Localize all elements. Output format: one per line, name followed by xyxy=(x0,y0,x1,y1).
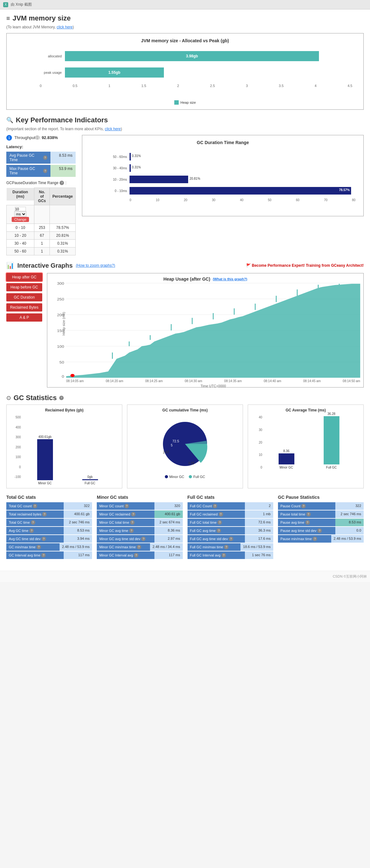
jvm-memory-chart: JVM memory size - Allocated vs Peak (gb)… xyxy=(6,33,364,110)
throughput-value: 92.838% xyxy=(42,135,58,140)
gc-bar-pct-0-10-inner: 78.57% xyxy=(339,188,350,192)
pct-col-header: Percentage xyxy=(50,188,76,205)
gc-bar-track-0-10: 78.57% xyxy=(130,187,356,194)
minor-avg-val: 8.36 ms xyxy=(155,527,183,534)
avg-pause-info-icon[interactable]: ? xyxy=(43,155,47,160)
minor-gc-dot xyxy=(165,475,168,478)
jvm-subtitle: (To learn about JVM Memory, click here) xyxy=(6,25,364,29)
full-gc-dot xyxy=(189,475,192,478)
full-reclaimed-icon[interactable]: ? xyxy=(219,512,223,517)
avg-bars-area: 403020100 8.36 Minor GC 36.28 Full G xyxy=(251,415,360,469)
gc-x-axis: 01020304050607080 xyxy=(109,198,356,202)
minor-reclaimed-icon[interactable]: ? xyxy=(131,512,136,517)
max-pause-info-icon[interactable]: ? xyxy=(43,169,47,173)
avg-full-value: 36.28 xyxy=(328,412,335,415)
full-interval-icon[interactable]: ? xyxy=(222,553,226,557)
total-gc-count-icon[interactable]: ? xyxy=(33,504,37,508)
stats-grid: Total GC stats Total GC count ? 322 Tota… xyxy=(6,495,364,560)
avg-gc-time-icon[interactable]: ? xyxy=(29,528,34,533)
pause-std-row: Pause avg time std dev ? 0.0 xyxy=(278,527,364,534)
avg-full-gc-container: 36.28 Full GC xyxy=(324,412,339,469)
pause-count-icon[interactable]: ? xyxy=(301,504,306,508)
gc-duration-button[interactable]: GC Duration xyxy=(6,293,42,302)
reclaimed-bytes-chart: Reclaimed Bytes (gb) 5004003002001000-10… xyxy=(6,405,122,488)
total-gc-count-key: Total GC count ? xyxy=(6,502,64,510)
full-avg-icon[interactable]: ? xyxy=(216,528,221,533)
graph-controls: Heap after GC Heap before GC GC Duration… xyxy=(6,273,42,388)
full-minmax-val: 18.6 ms / 53.9 ms xyxy=(240,543,273,551)
x-axis-labels: 08:14:05 am 08:14:20 am 08:14:25 am 08:1… xyxy=(66,379,360,383)
reclaimed-chart-title: Reclaimed Bytes (gb) xyxy=(10,408,119,412)
pause-total-icon[interactable]: ? xyxy=(306,512,311,517)
full-reclaimed-row: Full GC reclaimed ? 1 mb xyxy=(188,510,273,518)
minor-avg-row: Minor GC avg time ? 8.36 ms xyxy=(97,527,182,534)
total-gc-time-val: 2 sec 746 ms xyxy=(64,519,92,526)
gc-pause-stats-group: GC Pause Statistics Pause Count ? 322 Pa… xyxy=(278,495,364,560)
gc-bar-30-40: 30 - 40ms 0.31% xyxy=(109,164,356,172)
expert-link[interactable]: 🚩 Become Performance Expert! Training fr… xyxy=(246,263,364,268)
kpi-left-panel: 1 Throughput⓪: 92.838% Latency: Avg Paus… xyxy=(6,135,76,255)
minor-total-val: 2 sec 674 ms xyxy=(155,519,183,526)
pause-minmax-icon[interactable]: ? xyxy=(313,537,317,541)
change-button[interactable]: Change xyxy=(12,217,29,222)
minor-std-icon[interactable]: ? xyxy=(141,537,145,541)
minor-gc-count-val: 320 xyxy=(155,502,183,510)
count-50-60: 1 xyxy=(34,248,50,255)
gc-duration-chart-area: 50 - 60ms 0.31% 30 - 40ms 0.31% xyxy=(87,150,359,211)
duration-table: Duration (ms) No. of GCs Percentage ms C… xyxy=(6,188,76,255)
unit-select[interactable]: ms xyxy=(14,211,27,217)
a-and-p-button[interactable]: A & P xyxy=(6,313,42,321)
minor-gc-label: Minor GC xyxy=(38,482,52,485)
minor-avg-icon[interactable]: ? xyxy=(129,528,134,533)
gc-stats-info-icon[interactable]: ? xyxy=(59,396,64,400)
reclaimed-bytes-button[interactable]: Reclaimed Bytes xyxy=(6,303,42,311)
pause-std-icon[interactable]: ? xyxy=(317,528,322,533)
full-gc-label: Full GC xyxy=(85,482,96,485)
avg-minor-value: 8.36 xyxy=(283,449,289,453)
peak-value: 1.55gb xyxy=(108,70,121,75)
svg-text:5: 5 xyxy=(171,444,173,447)
kpi-link[interactable]: click here xyxy=(105,127,121,131)
heap-before-gc-button[interactable]: Heap before GC xyxy=(6,283,42,291)
range-0-10: 0 - 10 xyxy=(7,224,34,232)
jvm-link[interactable]: click here xyxy=(57,25,73,29)
pause-avg-icon[interactable]: ? xyxy=(305,520,310,525)
peak-fill: 1.55gb xyxy=(65,67,164,78)
what-graph-link[interactable]: (What is this graph?) xyxy=(213,277,247,281)
minor-total-icon[interactable]: ? xyxy=(130,520,135,525)
gc-bar-10-20: 10 - 20ms 20.81% xyxy=(109,176,356,183)
gc-minmax-icon[interactable]: ? xyxy=(37,545,41,549)
full-minmax-icon[interactable]: ? xyxy=(224,545,229,549)
full-count-icon[interactable]: ? xyxy=(213,504,217,508)
duration-row-30-40: 30 - 40 1 0.31% xyxy=(7,240,76,248)
kpi-icon: 🔍 xyxy=(6,117,13,124)
full-std-val: 17.6 ms xyxy=(245,535,273,542)
gc-pause-info-icon[interactable]: ? xyxy=(60,181,64,185)
full-std-icon[interactable]: ? xyxy=(229,537,233,541)
unit-row: ms Change xyxy=(7,205,34,224)
gc-bar-fill-30-40 xyxy=(130,164,131,172)
kpi-header: 🔍 Key Performance Indicators xyxy=(6,116,364,124)
avg-gc-time-key: Avg GC time ? xyxy=(6,527,64,534)
minor-reclaimed-row: Minor GC reclaimed ? 400.61 gb xyxy=(97,510,182,518)
pause-avg-key: Pause avg time ? xyxy=(278,519,335,526)
full-total-icon[interactable]: ? xyxy=(217,520,222,525)
total-gc-time-icon[interactable]: ? xyxy=(31,520,35,525)
heap-chart-title: Heap Usage (after GC) (What is this grap… xyxy=(51,277,360,282)
gc-interval-icon[interactable]: ? xyxy=(41,553,46,557)
minor-interval-icon[interactable]: ? xyxy=(134,553,138,557)
kpi-content: 1 Throughput⓪: 92.838% Latency: Avg Paus… xyxy=(6,135,364,255)
minor-count-icon[interactable]: ? xyxy=(125,504,129,508)
full-gc-count-key: Full GC Count ? xyxy=(188,502,245,510)
heap-after-gc-button[interactable]: Heap after GC xyxy=(6,273,42,281)
full-avg-row: Full GC avg time ? 36.3 ms xyxy=(188,527,273,534)
zoom-link[interactable]: (How to zoom graphs?) xyxy=(76,263,115,268)
minor-minmax-row: Minor GC min/max time ? 2.48 ms / 34.4 m… xyxy=(97,543,182,551)
gc-stats-header: ⊙ GC Statistics ? xyxy=(6,394,364,402)
total-reclaimed-icon[interactable]: ? xyxy=(42,512,47,517)
max-pause-value: 53.9 ms xyxy=(51,165,76,177)
unit-input[interactable] xyxy=(15,207,26,211)
avg-gc-std-icon[interactable]: ? xyxy=(42,537,46,541)
minor-minmax-icon[interactable]: ? xyxy=(137,545,141,549)
pause-minmax-key: Pause min/max time ? xyxy=(278,535,331,542)
